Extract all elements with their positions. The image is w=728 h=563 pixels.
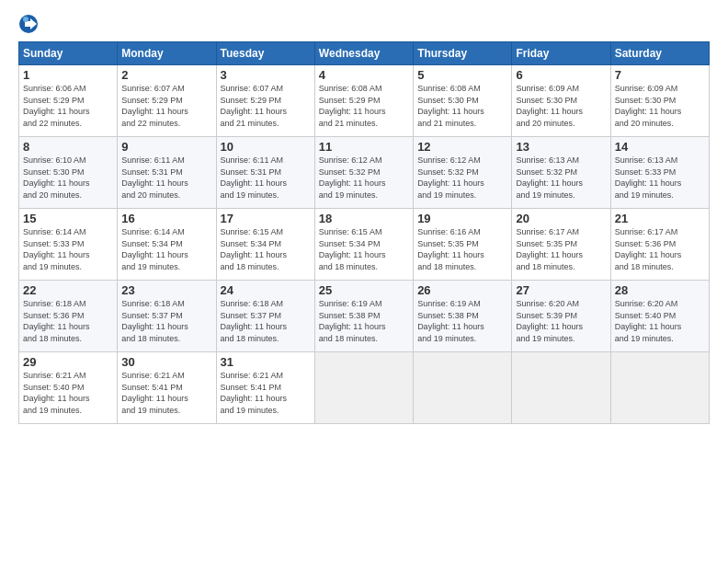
day-number: 17: [221, 212, 311, 225]
day-number: 26: [417, 283, 507, 297]
day-info: Sunrise: 6:18 AM Sunset: 5:36 PM Dayligh…: [23, 298, 113, 344]
calendar-cell: 29Sunrise: 6:21 AM Sunset: 5:40 PM Dayli…: [19, 352, 118, 424]
day-number: 30: [121, 355, 211, 369]
calendar-cell: [512, 352, 610, 424]
calendar-week-row: 1Sunrise: 6:06 AM Sunset: 5:29 PM Daylig…: [19, 65, 710, 137]
calendar-day-header: Monday: [118, 42, 216, 65]
calendar: SundayMondayTuesdayWednesdayThursdayFrid…: [18, 41, 710, 424]
day-number: 27: [516, 283, 606, 297]
calendar-cell: 7Sunrise: 6:09 AM Sunset: 5:30 PM Daylig…: [610, 65, 709, 137]
calendar-cell: 19Sunrise: 6:16 AM Sunset: 5:35 PM Dayli…: [414, 209, 512, 281]
day-info: Sunrise: 6:18 AM Sunset: 5:37 PM Dayligh…: [121, 298, 211, 344]
day-info: Sunrise: 6:19 AM Sunset: 5:38 PM Dayligh…: [319, 298, 409, 344]
day-number: 24: [221, 283, 311, 297]
calendar-cell: 27Sunrise: 6:20 AM Sunset: 5:39 PM Dayli…: [512, 281, 610, 352]
calendar-day-header: Tuesday: [216, 42, 314, 65]
calendar-cell: 26Sunrise: 6:19 AM Sunset: 5:38 PM Dayli…: [414, 281, 512, 352]
day-info: Sunrise: 6:12 AM Sunset: 5:32 PM Dayligh…: [417, 155, 507, 201]
day-info: Sunrise: 6:11 AM Sunset: 5:31 PM Dayligh…: [121, 155, 211, 201]
day-info: Sunrise: 6:17 AM Sunset: 5:36 PM Dayligh…: [615, 226, 705, 272]
calendar-week-row: 29Sunrise: 6:21 AM Sunset: 5:40 PM Dayli…: [19, 352, 710, 424]
calendar-cell: [610, 352, 709, 424]
day-number: 16: [121, 212, 211, 225]
day-number: 20: [516, 212, 606, 225]
calendar-cell: 1Sunrise: 6:06 AM Sunset: 5:29 PM Daylig…: [19, 65, 118, 137]
calendar-cell: [414, 352, 512, 424]
day-info: Sunrise: 6:09 AM Sunset: 5:30 PM Dayligh…: [516, 83, 606, 129]
day-number: 14: [615, 140, 705, 154]
day-number: 19: [417, 212, 507, 225]
calendar-cell: 4Sunrise: 6:08 AM Sunset: 5:29 PM Daylig…: [314, 65, 413, 137]
calendar-cell: 23Sunrise: 6:18 AM Sunset: 5:37 PM Dayli…: [118, 281, 216, 352]
day-number: 31: [221, 355, 311, 369]
calendar-cell: 3Sunrise: 6:07 AM Sunset: 5:29 PM Daylig…: [216, 65, 314, 137]
calendar-day-header: Sunday: [19, 42, 118, 65]
day-info: Sunrise: 6:19 AM Sunset: 5:38 PM Dayligh…: [417, 298, 507, 344]
header: [18, 14, 710, 34]
day-info: Sunrise: 6:21 AM Sunset: 5:40 PM Dayligh…: [23, 370, 113, 416]
day-info: Sunrise: 6:20 AM Sunset: 5:40 PM Dayligh…: [615, 298, 705, 344]
day-info: Sunrise: 6:11 AM Sunset: 5:31 PM Dayligh…: [221, 155, 311, 201]
day-info: Sunrise: 6:08 AM Sunset: 5:30 PM Dayligh…: [417, 83, 507, 129]
day-number: 15: [23, 212, 113, 225]
calendar-cell: 15Sunrise: 6:14 AM Sunset: 5:33 PM Dayli…: [19, 209, 118, 281]
day-info: Sunrise: 6:07 AM Sunset: 5:29 PM Dayligh…: [121, 83, 211, 129]
day-info: Sunrise: 6:08 AM Sunset: 5:29 PM Dayligh…: [319, 83, 409, 129]
day-info: Sunrise: 6:06 AM Sunset: 5:29 PM Dayligh…: [23, 83, 113, 129]
calendar-cell: 10Sunrise: 6:11 AM Sunset: 5:31 PM Dayli…: [216, 137, 314, 209]
day-number: 28: [615, 283, 705, 297]
calendar-cell: 14Sunrise: 6:13 AM Sunset: 5:33 PM Dayli…: [610, 137, 709, 209]
day-number: 18: [319, 212, 409, 225]
day-info: Sunrise: 6:13 AM Sunset: 5:32 PM Dayligh…: [516, 155, 606, 201]
calendar-cell: 21Sunrise: 6:17 AM Sunset: 5:36 PM Dayli…: [610, 209, 709, 281]
calendar-cell: 18Sunrise: 6:15 AM Sunset: 5:34 PM Dayli…: [314, 209, 413, 281]
day-info: Sunrise: 6:14 AM Sunset: 5:34 PM Dayligh…: [121, 226, 211, 272]
day-number: 4: [319, 68, 409, 82]
calendar-cell: 20Sunrise: 6:17 AM Sunset: 5:35 PM Dayli…: [512, 209, 610, 281]
calendar-cell: 30Sunrise: 6:21 AM Sunset: 5:41 PM Dayli…: [118, 352, 216, 424]
calendar-cell: 13Sunrise: 6:13 AM Sunset: 5:32 PM Dayli…: [512, 137, 610, 209]
calendar-week-row: 15Sunrise: 6:14 AM Sunset: 5:33 PM Dayli…: [19, 209, 710, 281]
day-info: Sunrise: 6:17 AM Sunset: 5:35 PM Dayligh…: [516, 226, 606, 272]
calendar-day-header: Thursday: [414, 42, 512, 65]
calendar-cell: 24Sunrise: 6:18 AM Sunset: 5:37 PM Dayli…: [216, 281, 314, 352]
day-info: Sunrise: 6:21 AM Sunset: 5:41 PM Dayligh…: [121, 370, 211, 416]
calendar-cell: 17Sunrise: 6:15 AM Sunset: 5:34 PM Dayli…: [216, 209, 314, 281]
day-number: 12: [417, 140, 507, 154]
day-info: Sunrise: 6:13 AM Sunset: 5:33 PM Dayligh…: [615, 155, 705, 201]
calendar-cell: 28Sunrise: 6:20 AM Sunset: 5:40 PM Dayli…: [610, 281, 709, 352]
day-info: Sunrise: 6:15 AM Sunset: 5:34 PM Dayligh…: [319, 226, 409, 272]
calendar-day-header: Friday: [512, 42, 610, 65]
calendar-cell: 16Sunrise: 6:14 AM Sunset: 5:34 PM Dayli…: [118, 209, 216, 281]
day-number: 29: [23, 355, 113, 369]
day-info: Sunrise: 6:16 AM Sunset: 5:35 PM Dayligh…: [417, 226, 507, 272]
calendar-week-row: 8Sunrise: 6:10 AM Sunset: 5:30 PM Daylig…: [19, 137, 710, 209]
day-info: Sunrise: 6:07 AM Sunset: 5:29 PM Dayligh…: [221, 83, 311, 129]
day-info: Sunrise: 6:09 AM Sunset: 5:30 PM Dayligh…: [615, 83, 705, 129]
calendar-cell: 22Sunrise: 6:18 AM Sunset: 5:36 PM Dayli…: [19, 281, 118, 352]
calendar-cell: 2Sunrise: 6:07 AM Sunset: 5:29 PM Daylig…: [118, 65, 216, 137]
day-info: Sunrise: 6:15 AM Sunset: 5:34 PM Dayligh…: [221, 226, 311, 272]
calendar-cell: 25Sunrise: 6:19 AM Sunset: 5:38 PM Dayli…: [314, 281, 413, 352]
day-number: 5: [417, 68, 507, 82]
logo: [18, 14, 42, 34]
day-number: 1: [23, 68, 113, 82]
day-info: Sunrise: 6:21 AM Sunset: 5:41 PM Dayligh…: [221, 370, 311, 416]
day-number: 10: [221, 140, 311, 154]
calendar-day-header: Wednesday: [314, 42, 413, 65]
calendar-day-header: Saturday: [610, 42, 709, 65]
day-info: Sunrise: 6:20 AM Sunset: 5:39 PM Dayligh…: [516, 298, 606, 344]
day-number: 25: [319, 283, 409, 297]
day-info: Sunrise: 6:18 AM Sunset: 5:37 PM Dayligh…: [221, 298, 311, 344]
calendar-week-row: 22Sunrise: 6:18 AM Sunset: 5:36 PM Dayli…: [19, 281, 710, 352]
calendar-cell: 31Sunrise: 6:21 AM Sunset: 5:41 PM Dayli…: [216, 352, 314, 424]
calendar-cell: 8Sunrise: 6:10 AM Sunset: 5:30 PM Daylig…: [19, 137, 118, 209]
day-info: Sunrise: 6:14 AM Sunset: 5:33 PM Dayligh…: [23, 226, 113, 272]
calendar-cell: 12Sunrise: 6:12 AM Sunset: 5:32 PM Dayli…: [414, 137, 512, 209]
logo-icon: [18, 14, 39, 34]
day-number: 21: [615, 212, 705, 225]
day-number: 2: [121, 68, 211, 82]
calendar-cell: [314, 352, 413, 424]
calendar-cell: 5Sunrise: 6:08 AM Sunset: 5:30 PM Daylig…: [414, 65, 512, 137]
calendar-header-row: SundayMondayTuesdayWednesdayThursdayFrid…: [19, 42, 710, 65]
